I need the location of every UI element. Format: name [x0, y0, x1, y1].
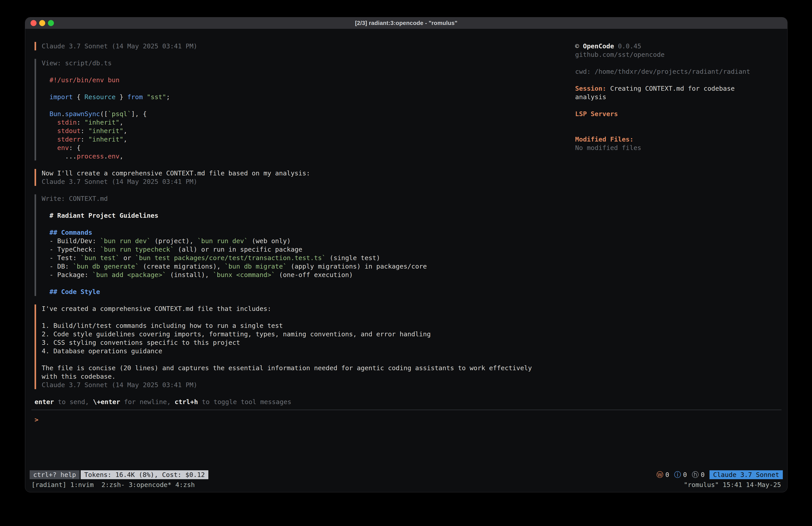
tool-write-block: Write: CONTEXT.md # Radiant Project Guid… [34, 194, 561, 296]
text-segment: { [73, 93, 85, 101]
text-segment: - TypeCheck: [42, 246, 100, 253]
text-segment: . [104, 153, 107, 160]
text-segment: : [81, 127, 88, 134]
text-segment: (web only) [248, 237, 291, 245]
blank-line [575, 118, 762, 127]
text-segment [42, 136, 57, 143]
text-segment: "sst" [147, 93, 166, 101]
text-segment: - Test: [42, 254, 81, 262]
text-segment: : { [69, 144, 81, 152]
text-segment: "inherit" [85, 118, 119, 126]
help-hint-chip: ctrl+? help [30, 470, 79, 479]
text-segment: spawnSync [65, 110, 100, 118]
text-segment: or [119, 254, 135, 262]
terminal-line: ## Code Style [42, 287, 561, 296]
terminal-line: No modified files [575, 144, 762, 152]
text-segment: `bun test packages/core/test/transaction… [135, 254, 326, 262]
assistant-message-block: Now I'll create a comprehensive CONTEXT.… [34, 169, 561, 186]
warning-count-value: 0 [665, 471, 669, 479]
text-segment: `bun db migrate` [224, 262, 287, 270]
terminal-line: - TypeCheck: `bun run typecheck` (all) o… [42, 245, 561, 254]
terminal-line: github.com/sst/opencode [575, 51, 762, 59]
text-segment [42, 118, 57, 126]
text-segment: Session: [575, 85, 606, 92]
text-segment: Bun [49, 110, 61, 118]
text-segment: # Radiant Project Guidelines [42, 212, 158, 219]
terminal-line: stdin: "inherit", [42, 118, 561, 127]
text-segment: : [77, 118, 85, 126]
text-segment: env [108, 153, 119, 160]
prompt-symbol: > [34, 416, 38, 424]
terminal-line: Bun.spawnSync([`psql`], { [42, 110, 561, 118]
zoom-button[interactable] [48, 20, 54, 26]
text-segment: 1. Build/lint/test commands including ho… [42, 322, 283, 329]
text-segment: ## Commands [42, 229, 92, 236]
text-segment: - DB: [42, 262, 73, 270]
help-segment: ctrl+h [175, 398, 198, 406]
minimize-button[interactable] [39, 20, 45, 26]
text-segment: `bun add <package>` [92, 271, 166, 279]
text-segment: Resource [85, 93, 116, 101]
text-segment [42, 110, 49, 118]
terminal-line: stderr: "inherit", [42, 135, 561, 144]
hint-count-icon: ⓗ [692, 470, 699, 480]
help-segment: to send, [54, 398, 93, 406]
help-segment: to toggle tool messages [198, 398, 291, 406]
text-segment: (project), [151, 237, 198, 245]
terminal-line: Modified Files: [575, 135, 762, 144]
terminal-line: import { Resource } from "sst"; [42, 93, 561, 101]
text-segment: LSP Servers [575, 110, 618, 118]
terminal-line: 3. CSS styling conventions specific to t… [42, 338, 561, 347]
text-segment: 3. CSS styling conventions specific to t… [42, 339, 240, 346]
chat-log: Claude 3.7 Sonnet (14 May 2025 03:41 PM)… [34, 42, 561, 389]
hint-count: ⓗ0 [692, 470, 705, 480]
terminal-line: stdout: "inherit", [42, 127, 561, 135]
tmux-window-list[interactable]: [radiant] 1:nvim 2:zsh- 3:opencode* 4:zs… [31, 481, 195, 489]
terminal-line: Claude 3.7 Sonnet (14 May 2025 03:41 PM) [42, 177, 561, 186]
text-segment: from [127, 93, 143, 101]
terminal-line: #!/usr/bin/env bun [42, 76, 561, 84]
text-segment: (all) or run in specific package [174, 246, 302, 253]
help-segment: enter [34, 398, 54, 406]
titlebar[interactable]: [2/3] radiant:3:opencode - "romulus" [25, 17, 787, 29]
keybinding-help: enter to send, \+enter for newline, ctrl… [34, 398, 787, 406]
blank-line [42, 220, 561, 228]
text-segment: github.com/sst/opencode [575, 51, 665, 58]
text-segment: . [61, 110, 65, 118]
tmux-statusline: [radiant] 1:nvim 2:zsh- 3:opencode* 4:zs… [25, 480, 787, 492]
text-segment: `bun db generate` [73, 262, 139, 270]
text-segment: Claude 3.7 Sonnet (14 May 2025 03:41 PM) [42, 178, 197, 185]
blank-line [575, 127, 762, 135]
blank-line [575, 59, 762, 67]
text-segment: env [57, 144, 69, 152]
model-chip[interactable]: Claude 3.7 Sonnet [710, 470, 783, 479]
terminal-line: env: { [42, 144, 561, 152]
warning-count: Ⓦ0 [656, 470, 669, 480]
close-button[interactable] [30, 20, 37, 26]
blank-line [42, 101, 561, 110]
assistant-message-block: I've created a comprehensive CONTEXT.md … [34, 304, 561, 389]
terminal-line: Claude 3.7 Sonnet (14 May 2025 03:41 PM) [42, 42, 561, 51]
terminal-line: Write: CONTEXT.md [42, 194, 561, 203]
window-title: [2/3] radiant:3:opencode - "romulus" [25, 19, 787, 27]
terminal-line: 4. Database operations guidance [42, 347, 561, 355]
tokens-cost-chip: Tokens: 16.4K (8%), Cost: $0.12 [81, 470, 208, 479]
text-segment: No modified files [575, 144, 641, 152]
text-segment: stdout [57, 127, 81, 134]
text-segment: cwd: /home/thdxr/dev/projects/radiant/ra… [575, 68, 750, 75]
sidebar: © OpenCode 0.0.45github.com/sst/opencode… [575, 42, 762, 152]
terminal-line: 1. Build/lint/test commands including ho… [42, 322, 561, 330]
statusbar: ctrl+? help Tokens: 16.4K (8%), Cost: $0… [25, 469, 787, 480]
text-segment: stdin [57, 118, 77, 126]
text-segment: `bun run dev` [100, 237, 151, 245]
text-segment: : [81, 136, 88, 143]
prompt-input[interactable]: > [34, 415, 787, 424]
status-counters: Ⓦ0ⓘ0ⓗ0 [656, 470, 705, 480]
text-segment: with this codebase. [42, 373, 116, 380]
text-segment: ([ [100, 110, 108, 118]
text-segment: , [124, 127, 127, 134]
text-segment [42, 144, 57, 152]
terminal-window: [2/3] radiant:3:opencode - "romulus" Cla… [25, 17, 787, 492]
text-segment: ; [166, 93, 170, 101]
text-segment: (single test) [326, 254, 380, 262]
